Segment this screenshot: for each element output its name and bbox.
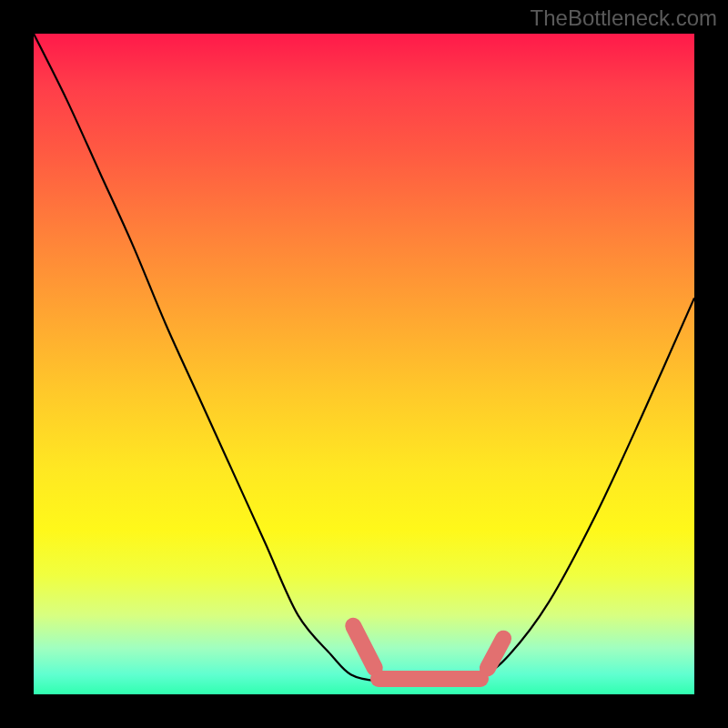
chart-plot-area [34, 34, 694, 694]
optimal-band-center [370, 671, 489, 687]
optimal-band-left [342, 615, 386, 680]
watermark-text: TheBottleneck.com [531, 5, 717, 31]
bottleneck-curve-line [34, 34, 694, 694]
optimal-band-right [477, 627, 515, 679]
